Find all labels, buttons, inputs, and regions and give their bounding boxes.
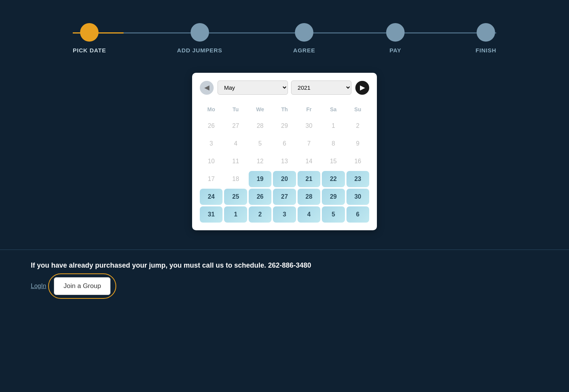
day-cell-week1-day5: 8 <box>322 136 345 152</box>
day-header-su: Su <box>346 102 369 116</box>
step-pay[interactable]: PAY <box>386 23 405 54</box>
day-header-fr: Fr <box>298 102 320 116</box>
step-circle-finish <box>477 23 495 42</box>
day-cell-week4-day1[interactable]: 25 <box>224 189 247 205</box>
day-cell-week0-day0: 26 <box>200 118 223 134</box>
day-cell-week2-day5: 15 <box>322 153 345 169</box>
calendar-header: ◀ JanuaryFebruaryMarchAprilMayJuneJulyAu… <box>200 80 369 95</box>
day-cell-week4-day0[interactable]: 24 <box>200 189 223 205</box>
day-cell-week1-day4: 7 <box>298 136 320 152</box>
step-circle-pick-date <box>80 23 99 42</box>
day-header-tu: Tu <box>224 102 247 116</box>
progress-section: PICK DATEADD JUMPERSAGREEPAYFINISH <box>0 0 569 69</box>
day-cell-week2-day3: 13 <box>273 153 296 169</box>
day-cell-week3-day1: 18 <box>224 171 247 187</box>
progress-wrapper: PICK DATEADD JUMPERSAGREEPAYFINISH <box>73 23 496 54</box>
bottom-actions: LogIn Join a Group <box>31 277 538 295</box>
step-agree[interactable]: AGREE <box>293 23 315 54</box>
step-label-agree: AGREE <box>293 47 315 54</box>
progress-steps: PICK DATEADD JUMPERSAGREEPAYFINISH <box>73 23 496 54</box>
step-label-pay: PAY <box>390 47 402 54</box>
step-add-jumpers[interactable]: ADD JUMPERS <box>177 23 222 54</box>
year-select[interactable]: 20192020202120222023 <box>291 80 351 95</box>
next-month-button[interactable]: ▶ <box>355 81 369 95</box>
day-cell-week0-day1: 27 <box>224 118 247 134</box>
step-pick-date[interactable]: PICK DATE <box>73 23 106 54</box>
day-cell-week5-day2[interactable]: 2 <box>249 206 271 223</box>
day-cell-week1-day1: 4 <box>224 136 247 152</box>
day-cell-week5-day3[interactable]: 3 <box>273 206 296 223</box>
day-cell-week0-day4: 30 <box>298 118 320 134</box>
day-cell-week3-day4[interactable]: 21 <box>298 171 320 187</box>
day-cell-week2-day2: 12 <box>249 153 271 169</box>
day-cell-week4-day6[interactable]: 30 <box>346 189 369 205</box>
step-label-pick-date: PICK DATE <box>73 47 106 54</box>
day-cell-week0-day3: 29 <box>273 118 296 134</box>
day-cell-week2-day6: 16 <box>346 153 369 169</box>
day-cell-week5-day5[interactable]: 5 <box>322 206 345 223</box>
day-cell-week4-day4[interactable]: 28 <box>298 189 320 205</box>
step-finish[interactable]: FINISH <box>475 23 496 54</box>
day-cell-week3-day5[interactable]: 22 <box>322 171 345 187</box>
login-link[interactable]: LogIn <box>31 283 46 290</box>
step-label-add-jumpers: ADD JUMPERS <box>177 47 222 54</box>
day-cell-week1-day3: 6 <box>273 136 296 152</box>
day-header-mo: Mo <box>200 102 223 116</box>
calendar: ◀ JanuaryFebruaryMarchAprilMayJuneJulyAu… <box>192 73 377 230</box>
day-cell-week5-day4[interactable]: 4 <box>298 206 320 223</box>
day-cell-week3-day3[interactable]: 20 <box>273 171 296 187</box>
day-cell-week1-day2: 5 <box>249 136 271 152</box>
day-cell-week2-day4: 14 <box>298 153 320 169</box>
day-header-th: Th <box>273 102 296 116</box>
bottom-section: If you have already purchased your jump,… <box>0 250 569 307</box>
day-cell-week5-day6[interactable]: 6 <box>346 206 369 223</box>
day-cell-week4-day2[interactable]: 26 <box>249 189 271 205</box>
calendar-section: ◀ JanuaryFebruaryMarchAprilMayJuneJulyAu… <box>192 73 377 230</box>
join-group-wrapper: Join a Group <box>54 277 110 295</box>
day-cell-week1-day6: 9 <box>346 136 369 152</box>
day-cell-week3-day2[interactable]: 19 <box>249 171 271 187</box>
day-cell-week0-day2: 28 <box>249 118 271 134</box>
day-cell-week0-day6: 2 <box>346 118 369 134</box>
step-circle-agree <box>295 23 313 42</box>
prev-month-button[interactable]: ◀ <box>200 81 214 95</box>
calendar-grid: MoTuWeThFrSaSu26272829301234567891011121… <box>200 102 369 223</box>
day-cell-week2-day1: 11 <box>224 153 247 169</box>
day-header-we: We <box>249 102 271 116</box>
step-label-finish: FINISH <box>475 47 496 54</box>
calendar-selects: JanuaryFebruaryMarchAprilMayJuneJulyAugu… <box>218 80 351 95</box>
day-cell-week5-day0[interactable]: 31 <box>200 206 223 223</box>
step-circle-pay <box>386 23 405 42</box>
day-cell-week4-day5[interactable]: 29 <box>322 189 345 205</box>
day-header-sa: Sa <box>322 102 345 116</box>
day-cell-week1-day0: 3 <box>200 136 223 152</box>
month-select[interactable]: JanuaryFebruaryMarchAprilMayJuneJulyAugu… <box>218 80 288 95</box>
day-cell-week3-day0: 17 <box>200 171 223 187</box>
join-group-button[interactable]: Join a Group <box>54 277 110 295</box>
info-text: If you have already purchased your jump,… <box>31 261 538 270</box>
day-cell-week5-day1[interactable]: 1 <box>224 206 247 223</box>
step-circle-add-jumpers <box>191 23 209 42</box>
day-cell-week2-day0: 10 <box>200 153 223 169</box>
day-cell-week3-day6[interactable]: 23 <box>346 171 369 187</box>
day-cell-week0-day5: 1 <box>322 118 345 134</box>
day-cell-week4-day3[interactable]: 27 <box>273 189 296 205</box>
